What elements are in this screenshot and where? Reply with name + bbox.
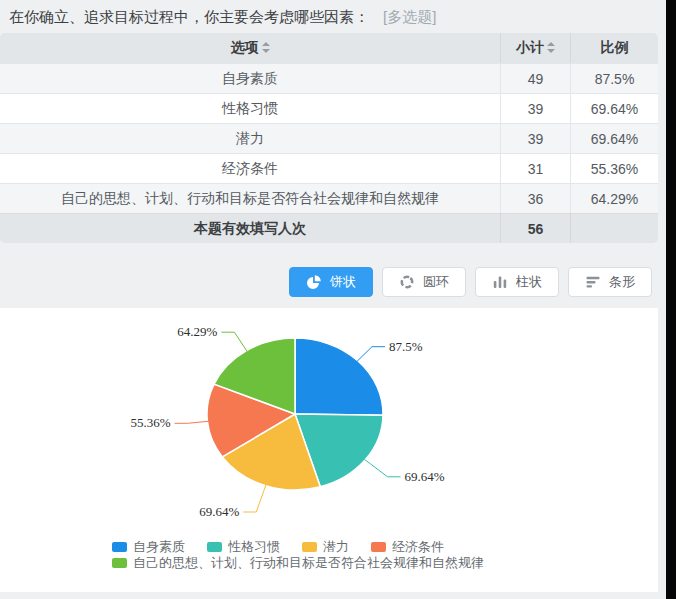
legend-label: 潜力 <box>323 539 349 554</box>
footer-count-cell: 56 <box>500 213 570 243</box>
question-stats-section: 在你确立、追求目标过程中，你主要会考虑哪些因素：[多选题] 选项 小计 比例 自… <box>0 0 658 308</box>
column-header-count-label: 小计 <box>516 39 544 55</box>
table-row: 自身素质4987.5% <box>0 63 658 93</box>
column-header-option[interactable]: 选项 <box>0 33 500 63</box>
pie-percentage-label: 87.5% <box>389 339 423 354</box>
chart-type-button-bar[interactable]: 条形 <box>568 267 652 297</box>
question-title: 在你确立、追求目标过程中，你主要会考虑哪些因素：[多选题] <box>0 0 658 33</box>
pie-label-line <box>357 347 385 362</box>
pie-label-line <box>221 332 247 351</box>
chart-type-label: 柱状 <box>516 273 542 291</box>
column-header-option-label: 选项 <box>231 39 259 55</box>
legend-label: 性格习惯 <box>228 539 280 554</box>
cell-count: 31 <box>500 153 570 183</box>
sort-icon <box>262 42 270 53</box>
bar-chart-icon <box>585 274 601 290</box>
footer-label-cell: 本题有效填写人次 <box>0 213 500 243</box>
chart-type-label: 条形 <box>609 273 635 291</box>
chart-type-button-donut[interactable]: 圆环 <box>382 267 466 297</box>
legend-item-4[interactable]: 经济条件 <box>371 539 444 554</box>
pie-label-line <box>243 485 266 512</box>
cell-option: 潜力 <box>0 123 500 153</box>
pie-percentage-label: 69.64% <box>199 504 239 519</box>
table-footer-row: 本题有效填写人次 56 <box>0 213 658 243</box>
cell-ratio: 69.64% <box>570 93 658 123</box>
table-row: 经济条件3155.36% <box>0 153 658 183</box>
legend-swatch <box>371 542 386 552</box>
table-header-row: 选项 小计 比例 <box>0 33 658 63</box>
legend-label: 自身素质 <box>133 539 185 554</box>
pie-slice-1[interactable] <box>295 338 383 415</box>
pie-percentage-label: 64.29% <box>177 324 217 339</box>
chart-type-button-pie[interactable]: 饼状 <box>289 267 373 297</box>
pie-percentage-label: 69.64% <box>405 469 445 484</box>
chart-type-label: 饼状 <box>330 273 356 291</box>
question-text: 在你确立、追求目标过程中，你主要会考虑哪些因素： <box>9 8 369 25</box>
cell-option: 自身素质 <box>0 63 500 93</box>
column-header-count[interactable]: 小计 <box>500 33 570 63</box>
cell-ratio: 55.36% <box>570 153 658 183</box>
column-header-ratio-label: 比例 <box>601 39 629 55</box>
screen-edge <box>666 0 676 599</box>
chart-type-button-column[interactable]: 柱状 <box>475 267 559 297</box>
chart-section: 87.5%69.64%69.64%55.36%64.29% 自身素质性格习惯潜力… <box>0 308 658 592</box>
cell-option: 经济条件 <box>0 153 500 183</box>
column-chart-icon <box>492 274 508 290</box>
legend-item-2[interactable]: 性格习惯 <box>207 539 280 554</box>
footer-ratio-cell <box>570 213 658 243</box>
sort-icon <box>547 42 555 53</box>
cell-count: 49 <box>500 63 570 93</box>
cell-option: 性格习惯 <box>0 93 500 123</box>
column-header-ratio: 比例 <box>570 33 658 63</box>
results-table: 选项 小计 比例 自身素质4987.5%性格习惯3969.64%潜力3969.6… <box>0 33 658 243</box>
chart-type-toolbar: 饼状圆环柱状条形 <box>0 267 658 297</box>
legend-label: 经济条件 <box>392 539 444 554</box>
legend-swatch <box>112 558 127 568</box>
pie-label-line <box>175 421 209 423</box>
legend-label: 自己的思想、计划、行动和目标是否符合社会规律和自然规律 <box>133 555 484 570</box>
cell-ratio: 87.5% <box>570 63 658 93</box>
legend-swatch <box>112 542 127 552</box>
cell-option: 自己的思想、计划、行动和目标是否符合社会规律和自然规律 <box>0 183 500 213</box>
legend-item-3[interactable]: 潜力 <box>302 539 349 554</box>
page-content: 在你确立、追求目标过程中，你主要会考虑哪些因素：[多选题] 选项 小计 比例 自… <box>0 0 658 592</box>
chart-type-label: 圆环 <box>423 273 449 291</box>
legend-item-5[interactable]: 自己的思想、计划、行动和目标是否符合社会规律和自然规律 <box>112 555 484 570</box>
legend-swatch <box>302 542 317 552</box>
donut-chart-icon <box>399 274 415 290</box>
cell-count: 36 <box>500 183 570 213</box>
legend-swatch <box>207 542 222 552</box>
cell-ratio: 69.64% <box>570 123 658 153</box>
pie-percentage-label: 55.36% <box>130 415 170 430</box>
cell-count: 39 <box>500 93 570 123</box>
pie-label-line <box>364 459 400 477</box>
chart-legend: 自身素质性格习惯潜力经济条件自己的思想、计划、行动和目标是否符合社会规律和自然规… <box>112 539 592 570</box>
question-type-tag: [多选题] <box>383 8 436 25</box>
survey-results-page: 在你确立、追求目标过程中，你主要会考虑哪些因素：[多选题] 选项 小计 比例 自… <box>0 0 676 599</box>
pie-chart: 87.5%69.64%69.64%55.36%64.29% <box>0 313 658 538</box>
legend-item-1[interactable]: 自身素质 <box>112 539 185 554</box>
table-row: 潜力3969.64% <box>0 123 658 153</box>
pie-chart-icon <box>306 274 322 290</box>
cell-ratio: 64.29% <box>570 183 658 213</box>
table-row: 自己的思想、计划、行动和目标是否符合社会规律和自然规律3664.29% <box>0 183 658 213</box>
table-row: 性格习惯3969.64% <box>0 93 658 123</box>
cell-count: 39 <box>500 123 570 153</box>
